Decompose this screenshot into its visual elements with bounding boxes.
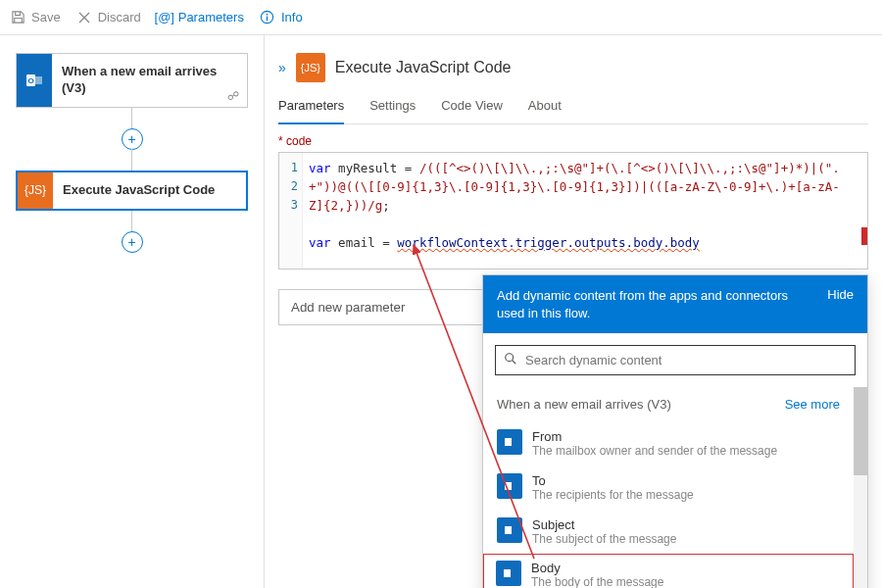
search-icon: [504, 352, 517, 368]
dynamic-search[interactable]: [495, 345, 856, 375]
action-title: Execute JavaScript Code: [53, 172, 246, 209]
parameters-button[interactable]: [@] Parameters: [157, 10, 244, 25]
tab-code-view[interactable]: Code View: [441, 90, 503, 123]
svg-text:O: O: [27, 76, 33, 85]
tab-parameters[interactable]: Parameters: [278, 90, 344, 124]
outlook-icon: [497, 473, 522, 499]
dynamic-search-input[interactable]: [525, 353, 847, 368]
dynamic-item-from[interactable]: FromThe mailbox owner and sender of the …: [483, 421, 854, 466]
workflow-designer: O When a new email arrives (V3) ☍ + {JS}…: [0, 35, 265, 588]
code-field-label: * code: [278, 134, 868, 148]
outlook-icon: O: [17, 54, 52, 107]
svg-rect-11: [505, 482, 512, 490]
toolbar: Save Discard [@] Parameters Info: [0, 0, 882, 35]
connector-line: [131, 211, 132, 232]
parameters-label: Parameters: [178, 10, 244, 24]
info-label: Info: [281, 10, 303, 24]
dynamic-content-panel: Add dynamic content from the apps and co…: [482, 274, 868, 588]
dynamic-item-to[interactable]: ToThe recipients for the message: [483, 466, 854, 510]
tab-settings[interactable]: Settings: [369, 90, 416, 123]
js-icon: {JS}: [296, 53, 325, 82]
cursor-marker: [861, 227, 867, 245]
svg-rect-13: [505, 526, 512, 534]
panel-title: Execute JavaScript Code: [335, 59, 512, 76]
outlook-icon: [497, 517, 522, 543]
add-step-button[interactable]: +: [122, 128, 143, 150]
action-card[interactable]: {JS} Execute JavaScript Code: [16, 171, 248, 211]
svg-rect-15: [504, 569, 511, 577]
dynamic-item-body[interactable]: BodyThe body of the message: [483, 554, 854, 588]
hide-button[interactable]: Hide: [827, 287, 854, 302]
dynamic-section-header: When a new email arrives (V3) See more: [483, 387, 854, 421]
dynamic-content-prompt: Add dynamic content from the apps and co…: [497, 287, 817, 321]
scrollbar-thumb[interactable]: [854, 387, 867, 475]
svg-point-6: [506, 354, 514, 362]
svg-rect-2: [267, 17, 268, 22]
dynamic-content-header: Add dynamic content from the apps and co…: [483, 275, 867, 333]
x-icon: [76, 10, 92, 25]
save-label: Save: [31, 10, 61, 24]
svg-line-7: [513, 361, 516, 365]
collapse-icon[interactable]: »: [278, 60, 286, 75]
outlook-icon: [497, 429, 522, 455]
save-button[interactable]: Save: [10, 10, 61, 25]
info-button[interactable]: Info: [260, 10, 303, 25]
code-editor[interactable]: 123 var myResult = /(([^<>()\[\]\\.,;:\s…: [278, 152, 868, 270]
code-content[interactable]: var myResult = /(([^<>()\[\]\\.,;:\s@"]+…: [303, 153, 867, 258]
discard-label: Discard: [98, 10, 141, 24]
connector-line: [131, 108, 132, 129]
tab-bar: Parameters Settings Code View About: [278, 90, 868, 124]
editor-gutter: 123: [279, 153, 303, 269]
outlook-icon: [496, 561, 521, 586]
discard-button[interactable]: Discard: [76, 10, 141, 25]
js-icon: {JS}: [18, 172, 53, 209]
tab-about[interactable]: About: [528, 90, 562, 123]
trigger-card[interactable]: O When a new email arrives (V3) ☍: [16, 53, 248, 108]
see-more-link[interactable]: See more: [785, 397, 840, 412]
connector-line: [131, 149, 132, 171]
svg-rect-4: [35, 76, 42, 84]
parameters-icon: [@]: [157, 10, 172, 25]
dynamic-item-subject[interactable]: SubjectThe subject of the message: [483, 510, 854, 554]
add-parameter-label: Add new parameter: [291, 300, 405, 315]
link-icon: ☍: [227, 89, 239, 103]
svg-rect-9: [505, 438, 512, 446]
info-icon: [260, 10, 275, 25]
dynamic-section-title: When a new email arrives (V3): [497, 397, 671, 412]
add-step-button[interactable]: +: [122, 231, 143, 253]
save-icon: [10, 10, 25, 25]
svg-point-1: [267, 14, 269, 16]
trigger-title: When a new email arrives (V3): [52, 54, 247, 107]
